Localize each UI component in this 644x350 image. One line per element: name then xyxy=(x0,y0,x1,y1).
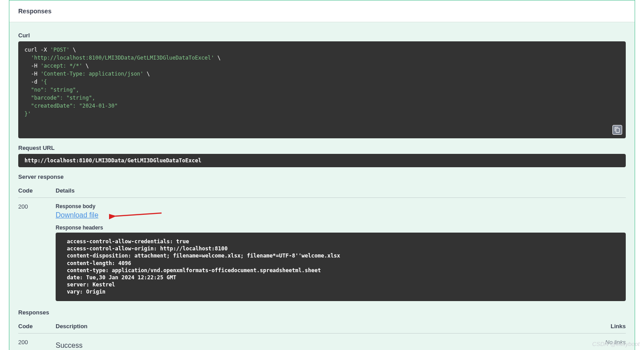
header-description: Description xyxy=(56,323,572,330)
request-url-label: Request URL xyxy=(18,145,626,151)
swagger-panel: Responses Curl curl -X 'POST' \ 'http://… xyxy=(9,0,635,350)
request-url-value: http://localhost:8100/LMI3DData/GetLMI3D… xyxy=(18,154,626,167)
curl-cmd: curl -X xyxy=(24,47,50,53)
responses-list-label: Responses xyxy=(18,309,626,316)
curl-end: \ xyxy=(82,63,89,69)
header-links: Links xyxy=(572,323,626,330)
responses-list-header: Code Description Links xyxy=(18,318,626,334)
download-wrapper: Download file xyxy=(56,211,626,225)
curl-header: 'Content-Type: application/json' xyxy=(41,71,143,77)
curl-label: Curl xyxy=(18,32,626,39)
curl-url: 'http://localhost:8100/LMI3DData/GetLMI3… xyxy=(24,55,214,61)
clipboard-icon xyxy=(614,127,620,133)
curl-str: 'POST' xyxy=(50,47,69,53)
success-text: Success xyxy=(56,339,572,350)
arrow-annotation-icon xyxy=(109,209,167,222)
responses-header: Responses xyxy=(9,0,635,22)
watermark: CSDN @easyboot xyxy=(592,341,640,347)
response-headers-label: Response headers xyxy=(56,225,626,231)
curl-code-block: curl -X 'POST' \ 'http://localhost:8100/… xyxy=(18,41,626,138)
curl-end: \ xyxy=(214,55,220,61)
response-table-header: Code Details xyxy=(18,183,626,198)
responses-body: Curl curl -X 'POST' \ 'http://localhost:… xyxy=(9,22,635,350)
curl-h: -H xyxy=(24,71,41,77)
response-description: Success xyxy=(56,339,572,350)
responses-title: Responses xyxy=(18,8,626,15)
copy-button[interactable] xyxy=(612,125,622,135)
header-details: Details xyxy=(56,187,626,194)
responses-list-row: 200 Success No links xyxy=(18,334,626,350)
download-file-link[interactable]: Download file xyxy=(56,211,98,219)
curl-end: \ xyxy=(69,47,76,53)
response-details: Response body Download file Response hea… xyxy=(56,203,626,307)
status-code-200: 200 xyxy=(18,339,56,350)
response-headers-block: access-control-allow-credentials: true a… xyxy=(56,233,626,301)
header-code: Code xyxy=(18,323,56,330)
status-code: 200 xyxy=(18,203,56,307)
curl-end: \ xyxy=(143,71,150,77)
svg-line-1 xyxy=(115,213,162,216)
header-code: Code xyxy=(18,187,56,194)
curl-h: -H xyxy=(24,63,41,69)
server-response-label: Server response xyxy=(18,173,626,180)
curl-d: -d xyxy=(24,79,41,85)
response-row: 200 Response body Download file Response xyxy=(18,198,626,307)
curl-header: 'accept: */*' xyxy=(41,63,82,69)
